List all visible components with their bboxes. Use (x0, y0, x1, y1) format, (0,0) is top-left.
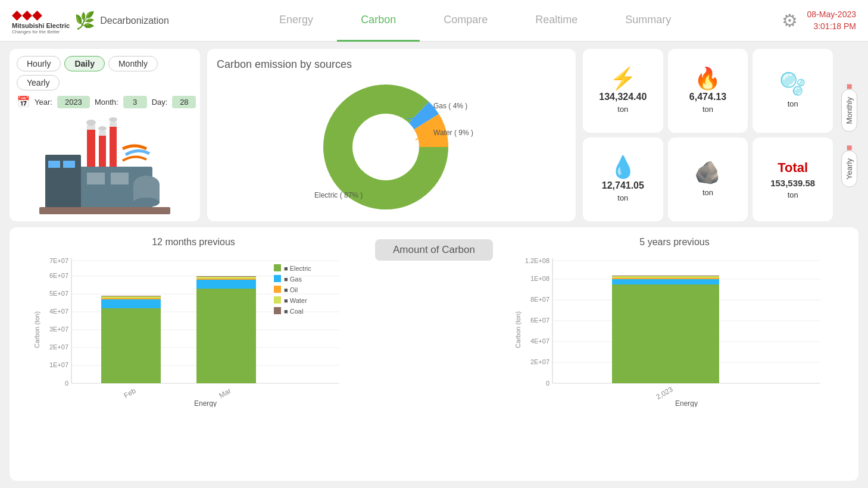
center-panel: Carbon emission by sources Gas ( 4% ) Wa… (207, 49, 576, 221)
svg-rect-64 (274, 275, 281, 282)
svg-text:■ Water: ■ Water (284, 297, 307, 304)
factory-image (17, 113, 193, 214)
app-name: Decarbonization (100, 15, 169, 26)
svg-text:■ Electric: ■ Electric (284, 265, 311, 272)
svg-text:2E+07: 2E+07 (530, 358, 549, 365)
mitsubishi-diamonds-icon: ◆◆◆ (12, 7, 42, 23)
svg-rect-92 (612, 276, 719, 278)
svg-text:2E+07: 2E+07 (49, 343, 68, 351)
nav-compare[interactable]: Compare (420, 0, 511, 42)
total-unit: ton (788, 190, 798, 199)
coal-unit: ton (702, 188, 713, 197)
brand-name: Mitsubishi Electric (12, 23, 70, 29)
svg-rect-5 (48, 161, 60, 168)
day-input[interactable] (172, 96, 196, 108)
main-content: Hourly Daily Monthly Yearly 📅 Year: Mont… (0, 42, 868, 488)
svg-rect-10 (99, 131, 106, 136)
right-chart-title: 5 years previous (500, 237, 849, 248)
total-label: Total (778, 160, 808, 176)
period-yearly[interactable]: Yearly (17, 75, 60, 90)
amount-label-wrap: Amount of Carbon (375, 237, 493, 471)
yearly-mini-icon: ▦ (847, 144, 852, 151)
leaf-icon: 🌿 (74, 11, 95, 30)
settings-icon[interactable]: ⚙ (782, 10, 798, 31)
left-panel: Hourly Daily Monthly Yearly 📅 Year: Mont… (10, 49, 200, 221)
electric-icon: ⚡ (610, 68, 636, 89)
svg-rect-58 (196, 276, 256, 277)
svg-text:Energy: Energy (194, 399, 217, 407)
svg-point-19 (133, 198, 160, 207)
year-input[interactable] (57, 96, 90, 108)
svg-rect-93 (612, 276, 719, 276)
period-daily[interactable]: Daily (64, 56, 104, 71)
electric-value: 134,324.40 (599, 92, 647, 102)
svg-text:Carbon (ton): Carbon (ton) (33, 311, 40, 348)
svg-text:1.2E+08: 1.2E+08 (525, 257, 549, 264)
stats-grid: ⚡ 134,324.40 ton 🔥 6,474.13 ton 🫧 ton 💧 … (583, 49, 833, 221)
year-label: Year: (35, 98, 52, 107)
period-monthly[interactable]: Monthly (108, 56, 158, 71)
oil-icon: 🫧 (779, 73, 806, 95)
svg-rect-55 (196, 280, 256, 289)
monthly-tab[interactable]: Monthly (841, 89, 857, 132)
nav-carbon[interactable]: Carbon (337, 0, 420, 42)
svg-rect-56 (196, 279, 256, 280)
stat-total: Total 153,539.58 ton (753, 137, 833, 221)
header: ◆◆◆ Mitsubishi Electric Changes for the … (0, 0, 868, 42)
right-chart-section: 5 years previous 0 2E+07 4E+07 6E+07 8E+… (500, 237, 849, 471)
date-display: 08-May-2023 (807, 9, 857, 21)
donut-chart-container: Gas ( 4% ) Water ( 9% ) Electric ( 87% ) (296, 76, 487, 218)
electric-unit: ton (617, 105, 628, 114)
logo-area: ◆◆◆ Mitsubishi Electric Changes for the … (12, 7, 169, 35)
nav-summary[interactable]: Summary (601, 0, 695, 42)
nav-energy[interactable]: Energy (255, 0, 337, 42)
svg-rect-9 (99, 131, 106, 167)
svg-rect-51 (101, 298, 161, 299)
top-row: Hourly Daily Monthly Yearly 📅 Year: Mont… (10, 49, 858, 221)
svg-rect-89 (612, 284, 719, 383)
svg-text:4E+07: 4E+07 (530, 337, 549, 345)
svg-rect-68 (274, 296, 281, 304)
date-row: 📅 Year: Month: Day: (17, 95, 193, 108)
svg-rect-53 (101, 296, 161, 296)
yearly-tab[interactable]: Yearly (841, 151, 857, 187)
period-hourly[interactable]: Hourly (17, 56, 61, 71)
svg-point-23 (352, 114, 419, 180)
svg-rect-70 (274, 307, 281, 314)
svg-text:Gas ( 4% ): Gas ( 4% ) (433, 102, 467, 110)
svg-text:0: 0 (546, 380, 549, 387)
svg-text:5E+07: 5E+07 (49, 290, 68, 297)
svg-point-14 (98, 126, 107, 131)
svg-rect-66 (274, 286, 281, 293)
monthly-mini-icon: ▦ (847, 83, 852, 89)
water-unit: ton (617, 193, 628, 202)
svg-rect-54 (196, 289, 256, 383)
header-right: ⚙ 08-May-2023 3:01:18 PM (782, 9, 857, 32)
svg-rect-11 (110, 122, 117, 167)
svg-rect-49 (101, 308, 161, 383)
svg-rect-62 (274, 264, 281, 271)
left-bar-chart: 0 1E+07 2E+07 3E+07 4E+07 5E+07 6E+07 7E… (19, 252, 368, 407)
svg-point-13 (86, 120, 96, 126)
svg-text:Mar: Mar (218, 386, 233, 399)
donut-chart-svg: Gas ( 4% ) Water ( 9% ) Electric ( 87% ) (296, 76, 487, 218)
nav-realtime[interactable]: Realtime (511, 0, 601, 42)
month-input[interactable] (123, 96, 147, 108)
svg-rect-52 (101, 296, 161, 298)
svg-text:8E+07: 8E+07 (530, 296, 549, 303)
svg-text:Water ( 9% ): Water ( 9% ) (433, 129, 473, 137)
svg-rect-8 (87, 125, 95, 130)
calendar-icon[interactable]: 📅 (17, 95, 30, 108)
svg-text:■ Coal: ■ Coal (284, 308, 303, 315)
svg-text:2,023: 2,023 (654, 385, 674, 401)
donut-chart-title: Carbon emission by sources (217, 58, 352, 71)
gas-value: 6,474.13 (689, 92, 726, 102)
day-label: Day: (152, 98, 168, 107)
svg-point-15 (109, 117, 117, 122)
stat-water: 💧 12,741.05 ton (583, 137, 663, 221)
total-value: 153,539.58 (770, 178, 815, 188)
svg-rect-6 (63, 161, 75, 168)
svg-text:3E+07: 3E+07 (49, 326, 68, 333)
svg-rect-91 (612, 278, 719, 279)
water-icon: 💧 (610, 157, 636, 178)
